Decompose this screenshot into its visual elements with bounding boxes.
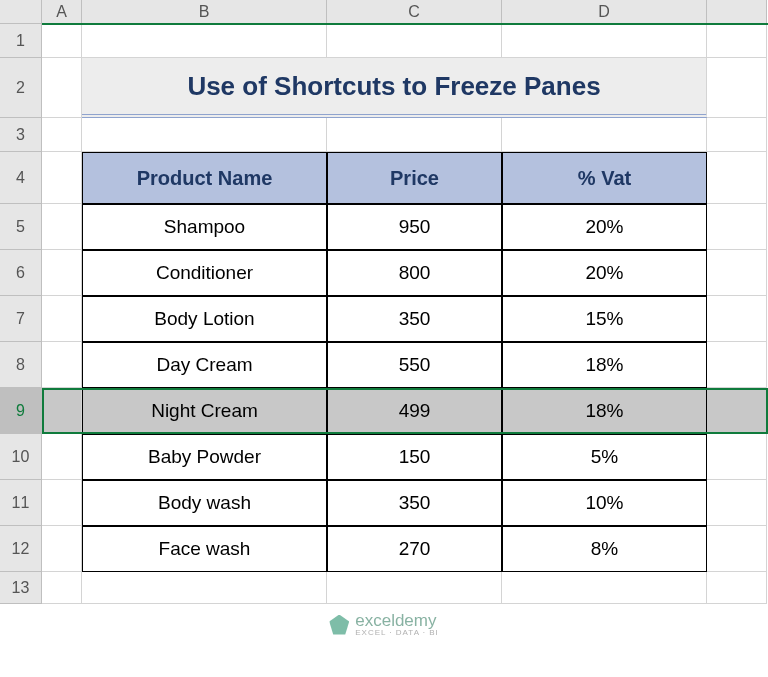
cell[interactable] bbox=[42, 118, 82, 152]
cell[interactable] bbox=[42, 480, 82, 526]
cell[interactable] bbox=[502, 24, 707, 58]
cell[interactable] bbox=[42, 58, 82, 118]
cell[interactable] bbox=[82, 572, 327, 604]
cell-vat[interactable]: 20% bbox=[502, 204, 707, 250]
cell[interactable] bbox=[707, 526, 767, 572]
cell-product[interactable]: Shampoo bbox=[82, 204, 327, 250]
cell-vat[interactable]: 10% bbox=[502, 480, 707, 526]
cell[interactable] bbox=[42, 204, 82, 250]
col-header-c[interactable]: C bbox=[327, 0, 502, 24]
cell[interactable] bbox=[327, 572, 502, 604]
cell-price[interactable]: 350 bbox=[327, 480, 502, 526]
watermark-sub: EXCEL · DATA · BI bbox=[355, 629, 439, 637]
row-header-13[interactable]: 13 bbox=[0, 572, 42, 604]
cell[interactable] bbox=[707, 572, 767, 604]
cell[interactable] bbox=[707, 388, 767, 434]
cell-vat[interactable]: 20% bbox=[502, 250, 707, 296]
cell[interactable] bbox=[327, 24, 502, 58]
cell-product[interactable]: Day Cream bbox=[82, 342, 327, 388]
cell[interactable] bbox=[707, 118, 767, 152]
row-header-9[interactable]: 9 bbox=[0, 388, 42, 434]
cell[interactable] bbox=[707, 480, 767, 526]
cell[interactable] bbox=[82, 24, 327, 58]
cell[interactable] bbox=[42, 250, 82, 296]
cell-product[interactable]: Night Cream bbox=[82, 388, 327, 434]
spreadsheet-grid: A B C D 1 2 3 4 5 6 7 8 9 10 11 12 13 Us… bbox=[0, 0, 768, 604]
cell-price[interactable]: 800 bbox=[327, 250, 502, 296]
cell[interactable] bbox=[82, 118, 327, 152]
cell[interactable] bbox=[42, 342, 82, 388]
row-header-5[interactable]: 5 bbox=[0, 204, 42, 250]
cell-product[interactable]: Body Lotion bbox=[82, 296, 327, 342]
cell[interactable] bbox=[707, 152, 767, 204]
cell-vat[interactable]: 18% bbox=[502, 342, 707, 388]
cell[interactable] bbox=[707, 24, 767, 58]
cell[interactable] bbox=[707, 250, 767, 296]
cell-product[interactable]: Baby Powder bbox=[82, 434, 327, 480]
cell[interactable] bbox=[42, 388, 82, 434]
cell-vat[interactable]: 8% bbox=[502, 526, 707, 572]
cell[interactable] bbox=[707, 342, 767, 388]
table-header-vat[interactable]: % Vat bbox=[502, 152, 707, 204]
row-header-1[interactable]: 1 bbox=[0, 24, 42, 58]
cell-price[interactable]: 150 bbox=[327, 434, 502, 480]
exceldemy-logo-icon bbox=[329, 615, 349, 635]
row-header-4[interactable]: 4 bbox=[0, 152, 42, 204]
cell[interactable] bbox=[707, 58, 767, 118]
watermark-text: exceldemy EXCEL · DATA · BI bbox=[355, 612, 439, 637]
cell-product[interactable]: Body wash bbox=[82, 480, 327, 526]
row-header-2[interactable]: 2 bbox=[0, 58, 42, 118]
row-header-7[interactable]: 7 bbox=[0, 296, 42, 342]
row-header-6[interactable]: 6 bbox=[0, 250, 42, 296]
cell[interactable] bbox=[707, 204, 767, 250]
col-header-d[interactable]: D bbox=[502, 0, 707, 24]
page-title[interactable]: Use of Shortcuts to Freeze Panes bbox=[82, 58, 707, 118]
table-header-product[interactable]: Product Name bbox=[82, 152, 327, 204]
cell-price[interactable]: 499 bbox=[327, 388, 502, 434]
cell[interactable] bbox=[42, 572, 82, 604]
cell-product[interactable]: Face wash bbox=[82, 526, 327, 572]
cell-price[interactable]: 950 bbox=[327, 204, 502, 250]
cell-price[interactable]: 270 bbox=[327, 526, 502, 572]
row-header-10[interactable]: 10 bbox=[0, 434, 42, 480]
cell-vat[interactable]: 15% bbox=[502, 296, 707, 342]
cell-vat[interactable]: 18% bbox=[502, 388, 707, 434]
select-all-corner[interactable] bbox=[0, 0, 42, 24]
row-header-3[interactable]: 3 bbox=[0, 118, 42, 152]
watermark-main: exceldemy bbox=[355, 612, 439, 629]
row-header-8[interactable]: 8 bbox=[0, 342, 42, 388]
col-header-b[interactable]: B bbox=[82, 0, 327, 24]
row-header-12[interactable]: 12 bbox=[0, 526, 42, 572]
cell[interactable] bbox=[707, 296, 767, 342]
cell[interactable] bbox=[502, 572, 707, 604]
freeze-pane-line bbox=[42, 23, 768, 25]
cell[interactable] bbox=[42, 434, 82, 480]
col-header-blank[interactable] bbox=[707, 0, 767, 24]
cell-price[interactable]: 550 bbox=[327, 342, 502, 388]
col-header-a[interactable]: A bbox=[42, 0, 82, 24]
cell[interactable] bbox=[707, 434, 767, 480]
cell[interactable] bbox=[327, 118, 502, 152]
cell[interactable] bbox=[42, 526, 82, 572]
cell[interactable] bbox=[42, 296, 82, 342]
cell[interactable] bbox=[42, 152, 82, 204]
cell-price[interactable]: 350 bbox=[327, 296, 502, 342]
cell[interactable] bbox=[42, 24, 82, 58]
cell[interactable] bbox=[502, 118, 707, 152]
cell-vat[interactable]: 5% bbox=[502, 434, 707, 480]
cell-product[interactable]: Conditioner bbox=[82, 250, 327, 296]
table-header-price[interactable]: Price bbox=[327, 152, 502, 204]
watermark: exceldemy EXCEL · DATA · BI bbox=[329, 612, 439, 637]
row-header-11[interactable]: 11 bbox=[0, 480, 42, 526]
